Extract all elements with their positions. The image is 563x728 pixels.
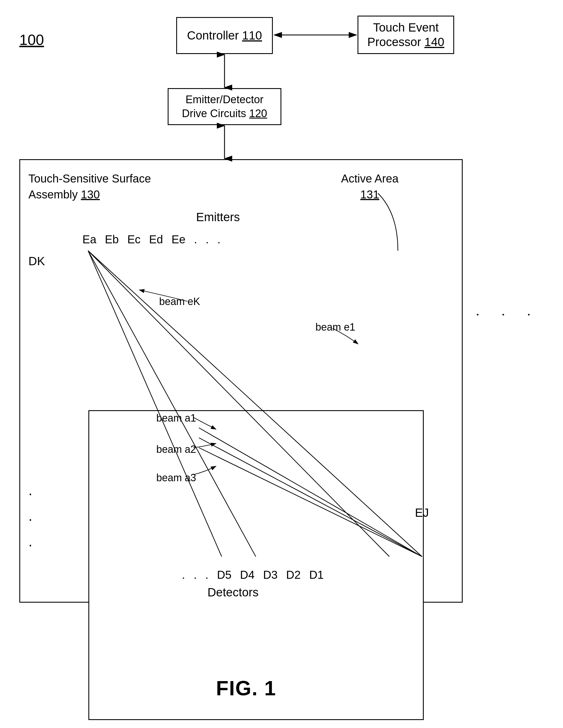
det-d1: D1 [309,569,324,581]
controller-label: Controller 110 [187,29,262,42]
ej-label: EJ [415,506,429,520]
beam-a1-label: beam a1 [156,412,196,424]
det-dot1: . [182,569,185,581]
dot-left-1: . [28,478,32,503]
emitter-eb: Eb [105,233,119,246]
det-d3: D3 [263,569,278,581]
eddc-label: Emitter/DetectorDrive Circuits 120 [182,93,267,121]
emitter-ee: Ee [172,233,186,246]
det-dot3: . [205,569,208,581]
tssa-label: Touch-Sensitive SurfaceAssembly 130 [28,171,151,202]
emitter-ec: Ec [127,233,141,246]
beam-ek-label: beam eK [159,296,200,308]
det-dot2: . [194,569,197,581]
active-area-number: 131 [360,188,379,201]
active-area-label: Active Area131 [341,171,398,202]
tssa-outer-box [19,159,463,603]
dot-right-3: . [469,313,495,320]
emitter-dot1: . [194,233,197,246]
page: 100 Controller 110 Touch EventProcessor … [0,0,563,728]
beam-a3-label: beam a3 [156,472,196,484]
emitter-dot2: . [206,233,209,246]
tep-label: Touch EventProcessor 140 [367,20,444,49]
beam-e1-label: beam e1 [315,321,355,333]
dots-left: . . . [28,478,32,554]
eddc-box: Emitter/DetectorDrive Circuits 120 [168,88,281,125]
dot-right-1: . [520,313,546,320]
dot-right-2: . [495,313,520,320]
beam-a2-label: beam a2 [156,443,196,455]
dots-right: . . . [469,313,546,320]
emitter-dot3: . [217,233,221,246]
dk-label: DK [28,254,45,268]
det-d5: D5 [217,569,231,581]
dot-left-2: . [28,503,32,529]
inner-active-area-box [88,410,424,720]
det-d4: D4 [240,569,255,581]
detectors-label: Detectors [207,586,259,599]
tep-box: Touch EventProcessor 140 [358,16,454,54]
emitter-ea: Ea [82,233,96,246]
emitters-label: Emitters [196,210,240,224]
dot-left-3: . [28,529,32,554]
det-d2: D2 [286,569,301,581]
controller-box: Controller 110 [176,17,273,54]
label-100: 100 [19,31,44,48]
detector-row: . . . D5 D4 D3 D2 D1 [182,569,324,581]
emitter-ed: Ed [149,233,163,246]
fig-label: FIG. 1 [216,677,276,700]
emitter-row: Ea Eb Ec Ed Ee . . . [82,233,221,246]
